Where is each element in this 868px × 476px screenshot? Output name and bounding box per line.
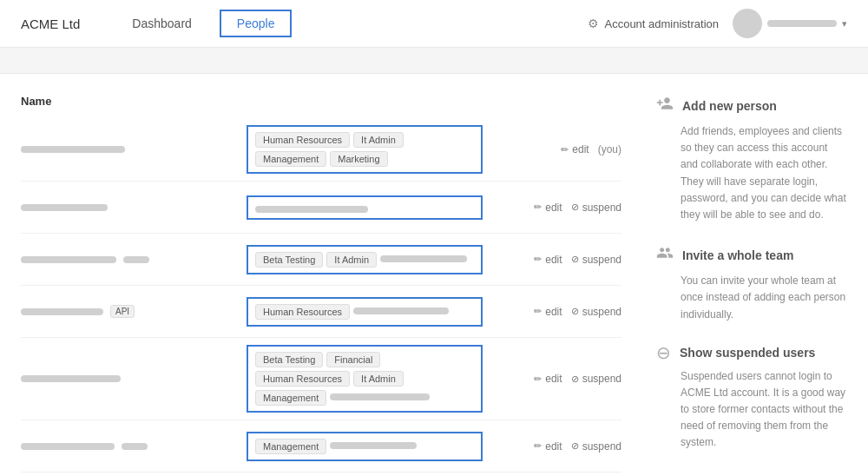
name-placeholder	[21, 204, 108, 211]
col-name-header: Name	[21, 95, 247, 108]
suspend-button[interactable]: ⊘ suspend	[571, 254, 621, 266]
help-invite-team-header: Invite a whole team	[656, 244, 847, 266]
nav-people[interactable]: People	[220, 10, 293, 37]
help-add-person: Add new person Add friends, employees an…	[656, 95, 847, 223]
tag-human-resources: Human Resources	[255, 132, 350, 148]
suspend-button[interactable]: ⊘ suspend	[571, 306, 621, 318]
cell-tags-selected: Beta Testing It Admin	[247, 245, 483, 274]
tag-it-admin: It Admin	[353, 132, 404, 148]
ban-icon: ⊘	[571, 374, 579, 385]
main-nav: Dashboard People	[132, 10, 588, 37]
cell-name	[21, 146, 247, 153]
ban-icon: ⊘	[571, 440, 579, 452]
add-person-icon	[656, 95, 674, 116]
name-placeholder	[21, 256, 116, 263]
name-placeholder	[21, 375, 121, 382]
tag-management: Management	[255, 439, 326, 454]
ban-icon: ⊘	[571, 306, 579, 317]
table-row: Beta Testing Financial Human Resources I…	[21, 338, 621, 420]
header-right: ⚙ Account administration ▾	[588, 9, 847, 38]
edit-button[interactable]: ✏ edit	[534, 306, 562, 318]
cell-tags-selected: Beta Testing Financial Human Resources I…	[247, 345, 483, 413]
invite-team-icon	[656, 244, 674, 266]
table-row: API Human Resources ✏ edit ⊘ suspend	[21, 286, 621, 338]
tag-placeholder	[330, 442, 417, 449]
cell-name	[21, 375, 247, 382]
tag-placeholder	[380, 255, 467, 262]
pencil-icon: ✏	[534, 202, 542, 213]
table-row: Human Resources It Admin Management Mark…	[21, 118, 621, 182]
sub-header	[0, 48, 868, 74]
logo: ACME Ltd	[21, 17, 80, 31]
cell-actions: ✏ edit ⊘ suspend	[483, 373, 621, 385]
table-row: Beta Testing It Admin ✏ edit ⊘ suspend	[21, 234, 621, 286]
tag-placeholder	[255, 206, 368, 213]
tag-beta-testing: Beta Testing	[255, 352, 323, 367]
edit-button[interactable]: ✏ edit	[534, 202, 562, 214]
edit-button[interactable]: ✏ edit	[534, 373, 562, 385]
account-admin-link[interactable]: ⚙ Account administration	[588, 17, 719, 30]
you-badge: (you)	[598, 143, 621, 155]
ban-icon: ⊘	[571, 202, 579, 213]
cell-name	[21, 443, 247, 450]
help-add-person-header: Add new person	[656, 95, 847, 116]
ban-icon: ⊘	[571, 254, 579, 265]
chevron-down-icon: ▾	[842, 18, 847, 30]
help-add-person-desc: Add friends, employees and clients so th…	[656, 123, 847, 223]
table-row: Management ✏ edit ⊘ suspend	[21, 420, 621, 473]
help-panel: Add new person Add friends, employees an…	[621, 95, 847, 473]
tag-management: Management	[255, 151, 326, 167]
suspend-button[interactable]: ⊘ suspend	[571, 440, 621, 453]
tag-financial: Financial	[326, 352, 380, 367]
help-add-person-title: Add new person	[682, 99, 777, 113]
pencil-icon: ✏	[534, 374, 542, 385]
cell-actions: ✏ edit ⊘ suspend	[483, 202, 621, 214]
username-placeholder	[767, 20, 837, 27]
name-placeholder	[21, 146, 125, 153]
header: ACME Ltd Dashboard People ⚙ Account admi…	[0, 0, 868, 48]
table-header: Name	[21, 95, 621, 118]
help-invite-team-title: Invite a whole team	[682, 248, 793, 262]
cell-tags-selected: Human Resources	[247, 297, 483, 327]
tag-human-resources: Human Resources	[255, 304, 350, 320]
tag-marketing: Marketing	[330, 151, 387, 167]
help-suspended-users: ⊖ Show suspended users Suspended users c…	[656, 344, 847, 452]
tag-placeholder	[353, 307, 449, 314]
help-invite-team: Invite a whole team You can invite your …	[656, 244, 847, 323]
name-placeholder	[21, 308, 103, 315]
cell-actions: ✏ edit ⊘ suspend	[483, 306, 621, 318]
badge-placeholder	[122, 443, 148, 450]
pencil-icon: ✏	[534, 440, 542, 452]
edit-button[interactable]: ✏ edit	[534, 440, 562, 453]
badge-placeholder	[123, 256, 149, 263]
tag-placeholder	[330, 393, 430, 400]
edit-button[interactable]: ✏ edit	[561, 143, 589, 155]
name-placeholder	[21, 443, 115, 450]
tag-beta-testing: Beta Testing	[255, 252, 323, 268]
cell-actions: ✏ edit ⊘ suspend	[483, 440, 621, 453]
cell-tags-selected: Human Resources It Admin Management Mark…	[247, 125, 483, 174]
suspended-icon: ⊖	[656, 344, 671, 361]
edit-button[interactable]: ✏ edit	[534, 254, 562, 266]
pencil-icon: ✏	[561, 144, 569, 155]
help-suspended-desc: Suspended users cannot login to ACME Ltd…	[656, 368, 847, 452]
cell-name	[21, 204, 247, 211]
tag-it-admin: It Admin	[353, 371, 404, 387]
cell-tags-selected: Management	[247, 432, 483, 461]
nav-dashboard[interactable]: Dashboard	[132, 10, 192, 37]
tag-human-resources: Human Resources	[255, 371, 350, 387]
suspend-button[interactable]: ⊘ suspend	[571, 202, 621, 214]
help-suspended-title: Show suspended users	[680, 346, 815, 360]
help-invite-team-desc: You can invite your whole team at once i…	[656, 273, 847, 323]
cell-actions: ✏ edit (you)	[483, 143, 621, 155]
cell-name	[21, 256, 247, 263]
gear-icon: ⚙	[588, 17, 599, 30]
tag-management: Management	[255, 390, 326, 406]
cell-name: API	[21, 305, 247, 318]
suspend-button[interactable]: ⊘ suspend	[571, 373, 621, 385]
main-container: Name Human Resources It Admin Management…	[0, 74, 868, 476]
table-body: Human Resources It Admin Management Mark…	[21, 118, 621, 473]
user-menu[interactable]: ▾	[733, 9, 847, 38]
api-badge: API	[110, 305, 135, 318]
cell-tags-selected	[247, 195, 483, 220]
